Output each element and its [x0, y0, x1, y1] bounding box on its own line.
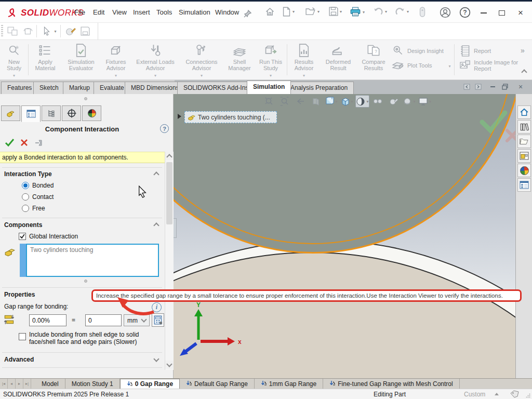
- resize-grip[interactable]: [526, 393, 530, 398]
- ribbon-overflow-button[interactable]: »: [521, 46, 525, 55]
- unit-system[interactable]: Custom: [464, 391, 485, 398]
- dynamic-transparency-icon[interactable]: [309, 95, 323, 108]
- tab-model[interactable]: Model: [35, 379, 65, 389]
- scrollbar-thumb[interactable]: [166, 162, 172, 224]
- redo-icon[interactable]: ▾: [395, 7, 409, 16]
- minimize-button[interactable]: [477, 8, 490, 18]
- tab-displaymanager[interactable]: [82, 105, 101, 121]
- select-dropdown[interactable]: ▾: [52, 25, 58, 37]
- radio-contact[interactable]: [22, 193, 29, 201]
- custom-properties-icon[interactable]: [517, 178, 531, 192]
- section-view-icon[interactable]: ▾: [324, 95, 338, 108]
- tab-mbd-dimensions[interactable]: MBD Dimensions: [125, 82, 185, 94]
- viewport-splitter-handle[interactable]: [174, 218, 177, 238]
- pin-button[interactable]: [33, 137, 46, 148]
- tab-sketch[interactable]: Sketch: [33, 82, 65, 94]
- save-icon[interactable]: ▾: [329, 7, 342, 16]
- tree-node-label[interactable]: Two cylinders touching (...: [198, 114, 270, 121]
- tab-simulation[interactable]: Simulation: [247, 81, 291, 94]
- previous-view-icon[interactable]: [293, 95, 307, 108]
- tab-solidworks-add-ins[interactable]: SOLIDWORKS Add-Ins: [177, 82, 255, 94]
- open-icon[interactable]: ▾: [305, 7, 320, 16]
- ribbon-new-study[interactable]: New Study▾: [2, 43, 26, 79]
- accept-icon[interactable]: [479, 110, 508, 134]
- collapse-interaction-type[interactable]: [153, 171, 159, 177]
- ribbon-fixtures-advisor[interactable]: Fixtures Advisor▾: [102, 43, 130, 79]
- doc-previous-window-icon[interactable]: [461, 82, 472, 91]
- undo-dropdown[interactable]: ▾: [385, 9, 387, 14]
- display-style-icon[interactable]: ▾: [355, 95, 369, 108]
- doc-minimize-icon[interactable]: [487, 82, 498, 91]
- tab-1mm-gap-range[interactable]: 1mm Gap Range: [255, 379, 323, 389]
- hide-show-items-icon[interactable]: [371, 95, 385, 108]
- feature-tree-node[interactable]: Two cylinders touching (...: [184, 111, 277, 123]
- tree-expand-arrow[interactable]: [178, 114, 181, 119]
- panel-scrollbar[interactable]: [165, 152, 174, 370]
- previous-study-button[interactable]: ◂: [8, 379, 16, 389]
- unit-system-dropdown[interactable]: [495, 393, 499, 395]
- ribbon-run-this-study[interactable]: Run This Study▾: [257, 43, 285, 79]
- menu-insert[interactable]: Insert: [130, 7, 153, 18]
- menu-window[interactable]: Window: [212, 7, 242, 18]
- last-study-button[interactable]: ▸|: [23, 379, 31, 389]
- ribbon-simulation-evaluator[interactable]: Simulation Evaluator: [62, 43, 100, 71]
- pin-icon[interactable]: [243, 9, 252, 18]
- ribbon-report[interactable]: Report: [459, 44, 491, 58]
- checkbox-shell-bonding[interactable]: [19, 333, 26, 340]
- tag-icon[interactable]: [510, 390, 519, 398]
- tab-propertymanager[interactable]: [21, 105, 41, 122]
- tab-fine-tuned-gap-range[interactable]: Fine-tuned Gap Range with Mesh Control: [323, 379, 459, 389]
- view-settings-icon[interactable]: ▾: [418, 95, 432, 108]
- home-icon[interactable]: [517, 105, 531, 119]
- selection-resize-handle[interactable]: [84, 280, 87, 283]
- print-dropdown[interactable]: ▾: [363, 10, 365, 15]
- help-icon[interactable]: ?: [459, 7, 471, 18]
- save-dropdown[interactable]: ▾: [340, 9, 342, 14]
- ribbon-plot-tools[interactable]: Plot Tools▾: [392, 59, 451, 72]
- menu-view[interactable]: View: [109, 7, 130, 18]
- ribbon-shell-manager[interactable]: Shell Manager: [224, 43, 255, 71]
- file-explorer-icon[interactable]: [517, 135, 531, 148]
- tab-0-gap-range[interactable]: 0 Gap Range: [120, 379, 180, 389]
- ribbon-external-loads-advisor[interactable]: External Loads Advisor▾: [132, 43, 179, 79]
- menu-simulation[interactable]: Simulation: [176, 7, 214, 18]
- expand-advanced[interactable]: [153, 356, 159, 362]
- ribbon-design-insight[interactable]: Design Insight: [392, 44, 444, 58]
- ribbon-results-advisor[interactable]: Results Advisor▾: [289, 43, 319, 79]
- menu-edit[interactable]: Edit: [90, 7, 108, 18]
- components-selection-list[interactable]: Two cylinders touching: [26, 244, 159, 277]
- radio-bonded-label[interactable]: Bonded: [32, 182, 54, 189]
- undo-icon[interactable]: ▾: [373, 7, 387, 16]
- doc-restore-icon[interactable]: [500, 82, 510, 91]
- window-layout-icon[interactable]: [6, 25, 19, 37]
- apply-scene-icon[interactable]: ▾: [402, 95, 416, 108]
- panel-splitter-handle[interactable]: [84, 97, 87, 100]
- menu-tools[interactable]: Tools: [153, 7, 175, 18]
- ok-button[interactable]: [3, 137, 16, 148]
- rotate-part-icon[interactable]: [22, 25, 34, 37]
- checkbox-shell-bonding-label[interactable]: Include bonding from shell edge to solid…: [29, 331, 160, 345]
- scroll-down-arrow[interactable]: [165, 361, 174, 369]
- zoom-to-fit-icon[interactable]: [262, 95, 276, 108]
- close-button[interactable]: ×: [514, 8, 527, 18]
- select-cursor-icon[interactable]: [41, 25, 53, 37]
- next-study-button[interactable]: ▸: [16, 379, 23, 389]
- view-palette-icon[interactable]: [517, 149, 531, 163]
- user-account-icon[interactable]: [440, 7, 451, 18]
- graphics-viewport[interactable]: ▾ ▾ ▾ ▾ ▾ Two cylinders touching (... Y …: [174, 94, 532, 378]
- new-document-dropdown[interactable]: ▾: [292, 9, 295, 14]
- toolbar-grip[interactable]: [1, 25, 3, 37]
- ribbon-deformed-result[interactable]: Deformed Result: [321, 43, 355, 71]
- radio-contact-label[interactable]: Contact: [32, 193, 54, 201]
- doc-next-window-icon[interactable]: [473, 82, 483, 91]
- radio-free[interactable]: [22, 205, 29, 212]
- tab-analysis-preparation[interactable]: Analysis Preparation: [284, 82, 354, 94]
- new-document-icon[interactable]: ▾: [282, 7, 295, 17]
- edit-appearance-icon[interactable]: [64, 25, 77, 37]
- menu-file[interactable]: File: [71, 7, 88, 18]
- tab-dimxpertmanager[interactable]: [62, 105, 81, 121]
- save-small-icon[interactable]: [79, 25, 91, 37]
- cancel-button[interactable]: [18, 137, 30, 148]
- selection-item[interactable]: Two cylinders touching: [30, 246, 93, 254]
- maximize-button[interactable]: [495, 8, 509, 18]
